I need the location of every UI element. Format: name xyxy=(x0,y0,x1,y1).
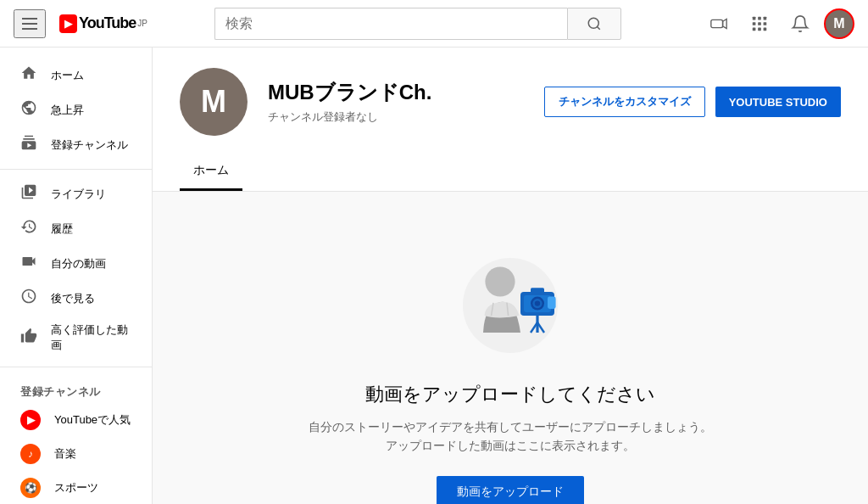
channel-name: MUBブランドCh. xyxy=(268,79,524,106)
svg-rect-11 xyxy=(758,27,761,31)
sidebar: ホーム 急上昇 登録チャンネル ライブラリ 履歴 自分の動画 後で xyxy=(0,48,153,504)
channel-avatar: M xyxy=(180,68,248,136)
sidebar-item-label: 自分の動画 xyxy=(51,256,106,272)
sidebar-item-liked[interactable]: 高く評価した動画 xyxy=(0,316,152,360)
svg-rect-5 xyxy=(758,16,761,20)
header-right: M xyxy=(702,7,854,41)
watch-later-icon xyxy=(20,288,37,309)
search-icon xyxy=(587,16,602,31)
search-bar xyxy=(214,8,621,40)
svg-rect-9 xyxy=(764,22,767,25)
video-camera-icon xyxy=(709,14,728,33)
channel-subscribers: チャンネル登録者なし xyxy=(268,109,524,125)
bell-icon xyxy=(791,14,810,33)
channel-tabs: ホーム xyxy=(180,153,841,191)
notifications-button[interactable] xyxy=(783,7,817,41)
upload-video-button[interactable]: 動画をアップロード xyxy=(437,476,584,504)
svg-rect-10 xyxy=(753,27,756,31)
channel-avatar-letter: M xyxy=(201,84,226,120)
upload-title: 動画をアップロードしてください xyxy=(365,382,655,407)
apps-button[interactable] xyxy=(743,7,776,41)
channel-actions: チャンネルをカスタマイズ YOUTUBE STUDIO xyxy=(544,87,841,117)
sidebar-item-label: 高く評価した動画 xyxy=(51,322,131,353)
svg-rect-23 xyxy=(548,297,556,309)
sidebar-item-label: ホーム xyxy=(51,68,84,83)
sidebar-item-my-videos[interactable]: 自分の動画 xyxy=(0,246,152,281)
subscriptions-icon xyxy=(20,134,37,155)
channel-info: M MUBブランドCh. チャンネル登録者なし チャンネルをカスタマイズ YOU… xyxy=(180,68,841,136)
empty-state: 動画をアップロードしてください 自分のストーリーやアイデアを共有してユーザーにア… xyxy=(153,192,868,504)
svg-line-1 xyxy=(597,26,599,29)
channel-details: MUBブランドCh. チャンネル登録者なし xyxy=(268,79,524,125)
tab-home[interactable]: ホーム xyxy=(180,153,242,191)
search-button[interactable] xyxy=(567,8,621,40)
sidebar-item-label: ライブラリ xyxy=(51,187,106,202)
yt-logo-region: JP xyxy=(137,19,147,28)
svg-rect-8 xyxy=(758,22,761,25)
sidebar-item-subscriptions[interactable]: 登録チャンネル xyxy=(0,127,152,162)
youtube-logo[interactable]: ▶ YouTubeJP xyxy=(59,14,147,33)
yt-logo-text: YouTube xyxy=(79,14,136,32)
customize-channel-button[interactable]: チャンネルをカスタマイズ xyxy=(544,87,705,117)
sidebar-item-label: 履歴 xyxy=(51,221,73,237)
sidebar-item-trending[interactable]: 急上昇 xyxy=(0,92,152,127)
sidebar-item-label: スポーツ xyxy=(54,480,98,496)
video-camera-button[interactable] xyxy=(702,7,736,41)
divider xyxy=(0,367,152,367)
upload-desc-line2: アップロードした動画はここに表示されます。 xyxy=(386,439,635,452)
sidebar-item-watch-later[interactable]: 後で見る xyxy=(0,281,152,316)
channel-avatar-sports: ⚽ xyxy=(20,478,41,498)
trending-icon xyxy=(20,99,37,120)
search-input[interactable] xyxy=(214,8,567,40)
svg-rect-12 xyxy=(764,27,767,31)
svg-point-21 xyxy=(535,300,540,305)
youtube-studio-button[interactable]: YOUTUBE STUDIO xyxy=(715,87,841,117)
apps-icon xyxy=(750,14,769,33)
svg-point-0 xyxy=(588,18,598,28)
sidebar-item-label: 急上昇 xyxy=(51,103,84,118)
svg-marker-3 xyxy=(723,19,727,28)
sidebar-item-home[interactable]: ホーム xyxy=(0,58,152,92)
divider xyxy=(0,169,152,170)
avatar-letter: M xyxy=(833,16,844,31)
svg-rect-7 xyxy=(753,22,756,25)
subscriptions-section-title: 登録チャンネル xyxy=(0,374,152,403)
sidebar-item-label: 登録チャンネル xyxy=(51,137,128,153)
avatar-button[interactable]: M xyxy=(824,8,854,39)
history-icon xyxy=(20,218,37,239)
library-icon xyxy=(20,183,37,204)
home-icon xyxy=(20,64,37,86)
svg-rect-22 xyxy=(531,288,544,293)
header-center xyxy=(147,8,688,40)
header-left: ▶ YouTubeJP xyxy=(14,9,147,38)
sidebar-item-yt-popular[interactable]: ▶ YouTubeで人気 xyxy=(0,403,152,437)
sidebar-item-label: 後で見る xyxy=(51,291,95,306)
svg-rect-2 xyxy=(711,20,723,27)
upload-description: 自分のストーリーやアイデアを共有してユーザーにアプローチしましょう。 アップロー… xyxy=(309,417,712,456)
channel-avatar-yt-popular: ▶ xyxy=(20,410,41,430)
svg-rect-6 xyxy=(764,16,767,20)
sidebar-item-history[interactable]: 履歴 xyxy=(0,211,152,246)
upload-desc-line1: 自分のストーリーやアイデアを共有してユーザーにアプローチしましょう。 xyxy=(309,420,712,434)
header: ▶ YouTubeJP M xyxy=(0,0,868,48)
channel-avatar-music: ♪ xyxy=(20,444,41,464)
sidebar-item-label: 音楽 xyxy=(54,446,76,462)
svg-rect-4 xyxy=(753,16,756,20)
hamburger-menu-button[interactable] xyxy=(14,9,46,38)
svg-point-14 xyxy=(485,266,515,296)
main-content: M MUBブランドCh. チャンネル登録者なし チャンネルをカスタマイズ YOU… xyxy=(153,48,868,504)
yt-logo-icon: ▶ xyxy=(59,14,77,33)
channel-header: M MUBブランドCh. チャンネル登録者なし チャンネルをカスタマイズ YOU… xyxy=(153,48,868,192)
upload-illustration xyxy=(442,243,578,361)
thumbs-up-icon xyxy=(20,328,37,349)
sidebar-item-label: YouTubeで人気 xyxy=(54,412,131,428)
my-videos-icon xyxy=(20,253,37,274)
sidebar-item-library[interactable]: ライブラリ xyxy=(0,176,152,211)
sidebar-item-sports[interactable]: ⚽ スポーツ xyxy=(0,471,152,504)
sidebar-item-music[interactable]: ♪ 音楽 xyxy=(0,437,152,471)
